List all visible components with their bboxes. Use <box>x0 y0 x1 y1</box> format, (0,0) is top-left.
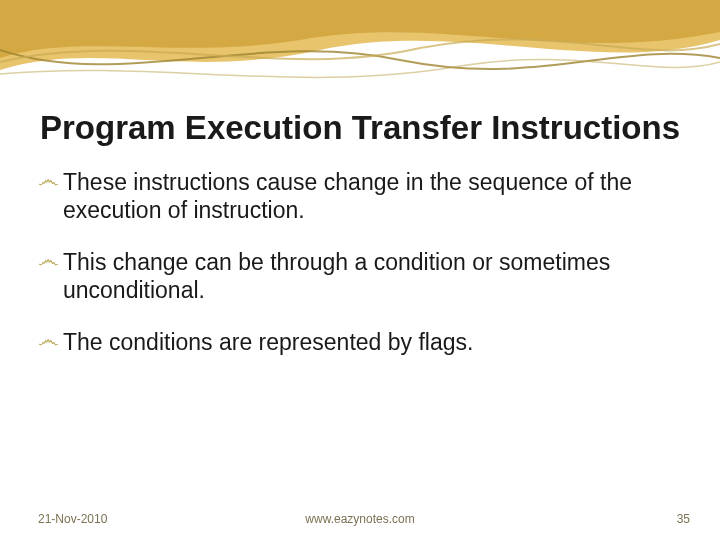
footer-page-number: 35 <box>677 512 690 526</box>
bullet-text: These instructions cause change in the s… <box>63 168 682 224</box>
bullet-text: The conditions are represented by flags. <box>63 328 473 356</box>
footer-date: 21-Nov-2010 <box>38 512 107 526</box>
curl-bullet-icon: ෴ <box>38 168 63 192</box>
list-item: ෴ The conditions are represented by flag… <box>38 328 682 356</box>
curl-bullet-icon: ෴ <box>38 328 63 352</box>
list-item: ෴ This change can be through a condition… <box>38 248 682 304</box>
page-title: Program Execution Transfer Instructions <box>38 110 682 146</box>
list-item: ෴ These instructions cause change in the… <box>38 168 682 224</box>
bullet-text: This change can be through a condition o… <box>63 248 682 304</box>
curl-bullet-icon: ෴ <box>38 248 63 272</box>
slide-body: Program Execution Transfer Instructions … <box>0 0 720 540</box>
footer-site: www.eazynotes.com <box>305 512 414 526</box>
bullet-list: ෴ These instructions cause change in the… <box>38 168 682 356</box>
